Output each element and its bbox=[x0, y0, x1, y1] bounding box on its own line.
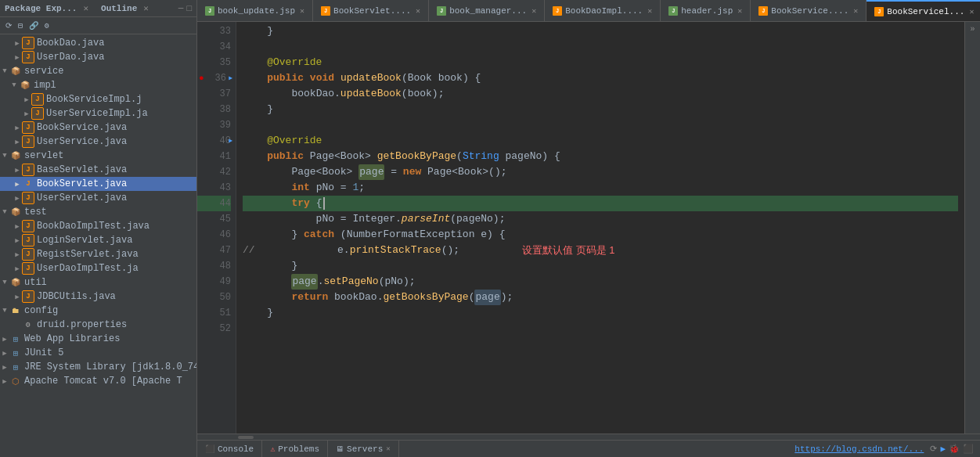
tab-bookservlet[interactable]: J BookServlet.... ✕ bbox=[313, 0, 429, 22]
java-file-icon: J bbox=[22, 290, 34, 303]
arrow-userservlet: ▶ bbox=[13, 194, 22, 203]
code-line-35: @Override bbox=[243, 55, 958, 70]
tree-item-impl[interactable]: ▼ 📦 impl bbox=[0, 78, 196, 92]
tree-item-loginservlet[interactable]: ▶ J LoginServlet.java bbox=[0, 233, 196, 247]
line-38: 38 bbox=[197, 102, 231, 117]
servers-label: Servers bbox=[347, 444, 383, 454]
java-file-icon: J bbox=[22, 178, 34, 190]
code-line-36: public void updateBook(Book book) { bbox=[243, 70, 958, 86]
tree-item-jre[interactable]: ▶ ⊞ JRE System Library [jdk1.8.0_74 bbox=[0, 360, 196, 374]
tab-bookdaoimpl[interactable]: J BookDaoImpl.... ✕ bbox=[545, 0, 661, 22]
sidebar: Package Exp... ✕ Outline ✕ ─ □ ⟳ ⊟ 🔗 ⚙ ▶… bbox=[0, 0, 197, 457]
tree-item-userserviceimpl[interactable]: ▶ J UserServiceImpl.ja bbox=[0, 106, 196, 121]
package-icon: 📦 bbox=[9, 65, 22, 77]
tab-header-jsp[interactable]: J header.jsp ✕ bbox=[661, 0, 751, 22]
scrollbar-thumb[interactable] bbox=[238, 436, 254, 439]
tab-label: BookDaoImpl.... bbox=[565, 6, 643, 16]
tree-item-config[interactable]: ▼ 🖿 config bbox=[0, 304, 196, 318]
arrow-bookservlet: ▶ bbox=[13, 180, 22, 189]
close-tab-icon[interactable]: ✕ bbox=[969, 7, 974, 16]
tree-item-baseservlet[interactable]: ▶ J BaseServlet.java bbox=[0, 163, 196, 177]
tree-item-util[interactable]: ▼ 📦 util bbox=[0, 275, 196, 290]
tab-bookservice[interactable]: J BookService.... ✕ bbox=[751, 0, 867, 22]
arrow-userserviceimpl: ▶ bbox=[22, 110, 31, 118]
tree-item-userdaoimpltest[interactable]: ▶ J UserDaoImplTest.ja bbox=[0, 261, 196, 275]
tree-label-service: service bbox=[24, 66, 63, 77]
stop-icon[interactable]: ⬛ bbox=[963, 444, 974, 454]
line-43: 43 bbox=[197, 180, 231, 196]
maximize-icon[interactable]: □ bbox=[186, 4, 192, 13]
run-icon[interactable]: ▶ bbox=[940, 444, 946, 454]
tree-item-junit5[interactable]: ▶ ⊞ JUnit 5 bbox=[0, 346, 196, 360]
tree-item-bookservlet[interactable]: ▶ J BookServlet.java bbox=[0, 177, 196, 191]
arrow-impl: ▼ bbox=[9, 81, 19, 89]
java-file-icon: J bbox=[22, 220, 34, 232]
horizontal-scrollbar[interactable] bbox=[197, 434, 980, 440]
tree-item-userservlet[interactable]: ▶ J UserServlet.java bbox=[0, 191, 196, 205]
tree-item-druid[interactable]: ▶ ⚙ druid.properties bbox=[0, 318, 196, 332]
debug-icon[interactable]: 🐞 bbox=[949, 444, 960, 454]
status-bar: https://blog.csdn.net/... ⟳ ▶ 🐞 ⬛ bbox=[399, 444, 980, 454]
close-tab-icon[interactable]: ✕ bbox=[647, 6, 652, 16]
tree-label-bookservlet: BookServlet.java bbox=[37, 178, 127, 189]
servers-icon: 🖥 bbox=[336, 444, 344, 454]
line-46: 46 bbox=[197, 227, 231, 243]
tree-item-service[interactable]: ▼ 📦 service bbox=[0, 64, 196, 78]
arrow-service: ▼ bbox=[0, 67, 9, 75]
sidebar-toolbar: ⟳ ⊟ 🔗 ⚙ bbox=[0, 17, 196, 34]
servers-tab[interactable]: 🖥 Servers ✕ bbox=[328, 441, 399, 458]
close-tab-icon[interactable]: ✕ bbox=[300, 6, 304, 16]
tree-label-userdaoimpltest: UserDaoImplTest.ja bbox=[37, 263, 139, 274]
code-line-33: } bbox=[243, 23, 958, 39]
link-icon[interactable]: 🔗 bbox=[27, 20, 41, 31]
tab-label: book_update.jsp bbox=[218, 6, 295, 16]
tree-item-servlet[interactable]: ▼ 📦 servlet bbox=[0, 149, 196, 163]
close-tab-icon[interactable]: ✕ bbox=[853, 6, 858, 16]
tree-item-webapplib[interactable]: ▶ ⊞ Web App Libraries bbox=[0, 332, 196, 346]
tree-item-bookdao[interactable]: ▶ J BookDao.java bbox=[0, 36, 196, 50]
servers-close-icon[interactable]: ✕ bbox=[386, 444, 390, 453]
tree-item-bookdaoimpltest[interactable]: ▶ J BookDaoImplTest.java bbox=[0, 219, 196, 233]
code-content[interactable]: } @Override public void updateBook(Book … bbox=[236, 22, 964, 434]
tree-item-registservlet[interactable]: ▶ J RegistServlet.java bbox=[0, 247, 196, 261]
java-file-icon: J bbox=[22, 51, 34, 63]
tree-item-jdbcutils[interactable]: ▶ J JDBCUtils.java bbox=[0, 290, 196, 304]
sync-icon[interactable]: ⟳ bbox=[3, 20, 14, 31]
java-file-icon: J bbox=[22, 135, 34, 148]
outline-tab[interactable]: Outline bbox=[101, 4, 137, 13]
console-tab[interactable]: ⬛ Console bbox=[197, 441, 262, 458]
minimize-icon[interactable]: ─ bbox=[178, 4, 184, 13]
package-icon: 📦 bbox=[19, 79, 31, 92]
code-line-34 bbox=[243, 39, 958, 55]
arrow-registservlet: ▶ bbox=[13, 250, 22, 259]
tree-item-userservice[interactable]: ▶ J UserService.java bbox=[0, 135, 196, 149]
line-39: 39 bbox=[197, 117, 231, 133]
library-icon: ⊞ bbox=[9, 347, 22, 359]
arrow-bookservice: ▶ bbox=[13, 124, 22, 132]
package-icon: 📦 bbox=[9, 206, 22, 218]
problems-icon: ⚠ bbox=[270, 444, 275, 454]
close-tab-icon[interactable]: ✕ bbox=[416, 6, 420, 16]
tree-item-test[interactable]: ▼ 📦 test bbox=[0, 205, 196, 219]
tree-label-webapplib: Web App Libraries bbox=[24, 333, 120, 344]
status-url[interactable]: https://blog.csdn.net/... bbox=[794, 444, 924, 454]
line-50: 50 bbox=[197, 290, 231, 305]
tree-item-bookserviceimpl[interactable]: ▶ J BookServiceImpl.j bbox=[0, 92, 196, 106]
tab-book-update-jsp[interactable]: J book_update.jsp ✕ bbox=[197, 0, 313, 22]
code-line-49: page.setPageNo(pNo); bbox=[243, 274, 958, 290]
problems-tab[interactable]: ⚠ Problems bbox=[262, 441, 328, 458]
close-tab-icon[interactable]: ✕ bbox=[737, 6, 742, 16]
close-tab-icon[interactable]: ✕ bbox=[531, 6, 536, 16]
tree-item-bookservice[interactable]: ▶ J BookService.java bbox=[0, 121, 196, 135]
arrow-userservice: ▶ bbox=[13, 138, 22, 146]
code-line-37: bookDao.updateBook(book); bbox=[243, 86, 958, 102]
tree-item-tomcat[interactable]: ▶ ⬡ Apache Tomcat v7.0 [Apache T bbox=[0, 374, 196, 388]
expand-right-icon[interactable]: » bbox=[967, 25, 978, 36]
tab-bookservicel-active[interactable]: J BookServicel... ✕ bbox=[867, 0, 980, 22]
code-line-41: public Page<Book> getBookByPage(String p… bbox=[243, 149, 958, 164]
settings-icon[interactable]: ⚙ bbox=[42, 20, 52, 31]
collapse-icon[interactable]: ⊟ bbox=[16, 20, 25, 31]
tree-item-userdao[interactable]: ▶ J UserDao.java bbox=[0, 50, 196, 64]
props-file-icon: ⚙ bbox=[22, 318, 34, 331]
tab-book-manager[interactable]: J book_manager... ✕ bbox=[429, 0, 545, 22]
